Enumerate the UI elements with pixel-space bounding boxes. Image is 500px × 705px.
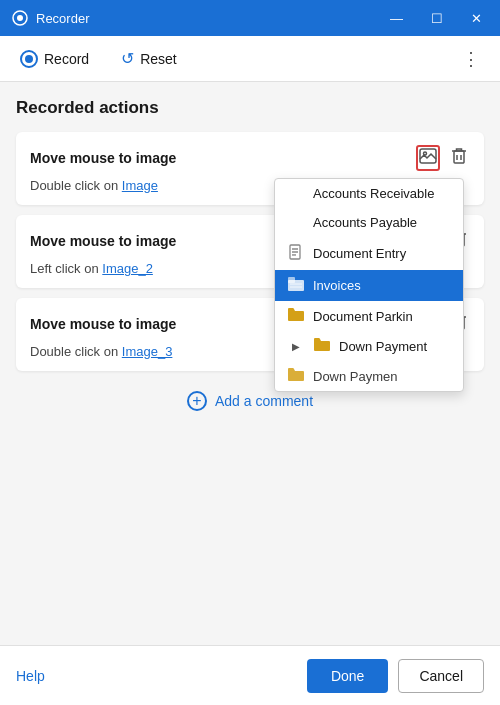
reset-button[interactable]: ↺ Reset <box>115 45 183 72</box>
detail-link-0[interactable]: Image <box>122 178 158 193</box>
dropdown-item-0[interactable]: Accounts Receivable <box>275 179 463 208</box>
maximize-button[interactable]: ☐ <box>425 8 449 29</box>
window-title: Recorder <box>36 11 89 26</box>
dropdown-label-6: Down Paymen <box>313 369 398 384</box>
main-content: Recorded actions Move mouse to image <box>0 82 500 645</box>
invoices-icon <box>287 277 305 294</box>
svg-rect-4 <box>454 151 464 163</box>
section-title: Recorded actions <box>16 98 484 118</box>
help-button[interactable]: Help <box>16 668 45 684</box>
dropdown-item-5[interactable]: ▶ Down Payment <box>275 331 463 361</box>
record-label: Record <box>44 51 89 67</box>
reset-label: Reset <box>140 51 177 67</box>
record-dot <box>25 55 33 63</box>
action-header-0: Move mouse to image <box>30 144 470 172</box>
down-payment-expand-icon: ▶ <box>287 341 305 352</box>
title-bar-left: Recorder <box>12 10 89 26</box>
action-title-2: Move mouse to image <box>30 316 176 332</box>
footer: Help Done Cancel <box>0 645 500 705</box>
down-payment2-icon <box>287 368 305 384</box>
image-icon-button-0[interactable] <box>416 145 440 171</box>
trash-icon-0 <box>451 147 467 165</box>
detail-prefix-2: Double click on <box>30 344 118 359</box>
reset-icon: ↺ <box>121 49 134 68</box>
svg-rect-12 <box>288 277 295 283</box>
title-bar: Recorder — ☐ ✕ <box>0 0 500 36</box>
toolbar-left: Record ↺ Reset <box>14 45 183 72</box>
record-button[interactable]: Record <box>14 46 95 72</box>
dropdown-item-6[interactable]: Down Paymen <box>275 361 463 391</box>
toolbar: Record ↺ Reset ⋮ <box>0 36 500 82</box>
dropdown-menu: Accounts Receivable Accounts Payable Doc… <box>274 178 464 392</box>
detail-link-2[interactable]: Image_3 <box>122 344 173 359</box>
dropdown-label-4: Document Parkin <box>313 309 413 324</box>
action-title-1: Move mouse to image <box>30 233 176 249</box>
action-title-0: Move mouse to image <box>30 150 176 166</box>
dropdown-label-5: Down Payment <box>339 339 427 354</box>
dropdown-item-3[interactable]: Invoices <box>275 270 463 301</box>
image-icon-0 <box>419 148 437 164</box>
more-options-icon[interactable]: ⋮ <box>456 44 486 74</box>
dropdown-label-1: Accounts Payable <box>313 215 417 230</box>
detail-prefix-0: Double click on <box>30 178 118 193</box>
plus-circle-icon: + <box>187 391 207 411</box>
document-parkin-icon <box>287 308 305 324</box>
cancel-button[interactable]: Cancel <box>398 659 484 693</box>
dropdown-label-0: Accounts Receivable <box>313 186 434 201</box>
close-button[interactable]: ✕ <box>465 8 488 29</box>
action-card-0: Move mouse to image <box>16 132 484 205</box>
title-bar-controls: — ☐ ✕ <box>384 8 488 29</box>
down-payment-icon <box>313 338 331 354</box>
recorder-icon <box>12 10 28 26</box>
delete-icon-button-0[interactable] <box>448 144 470 172</box>
detail-prefix-1: Left click on <box>30 261 99 276</box>
minimize-button[interactable]: — <box>384 8 409 29</box>
dropdown-label-3: Invoices <box>313 278 361 293</box>
done-button[interactable]: Done <box>307 659 388 693</box>
record-icon <box>20 50 38 68</box>
footer-buttons: Done Cancel <box>307 659 484 693</box>
action-icons-0 <box>416 144 470 172</box>
dropdown-label-2: Document Entry <box>313 246 406 261</box>
dropdown-item-1[interactable]: Accounts Payable <box>275 208 463 237</box>
dropdown-item-4[interactable]: Document Parkin <box>275 301 463 331</box>
detail-link-1[interactable]: Image_2 <box>102 261 153 276</box>
add-comment-label: Add a comment <box>215 393 313 409</box>
dropdown-item-2[interactable]: Document Entry <box>275 237 463 270</box>
svg-point-1 <box>17 15 23 21</box>
document-entry-icon <box>287 244 305 263</box>
